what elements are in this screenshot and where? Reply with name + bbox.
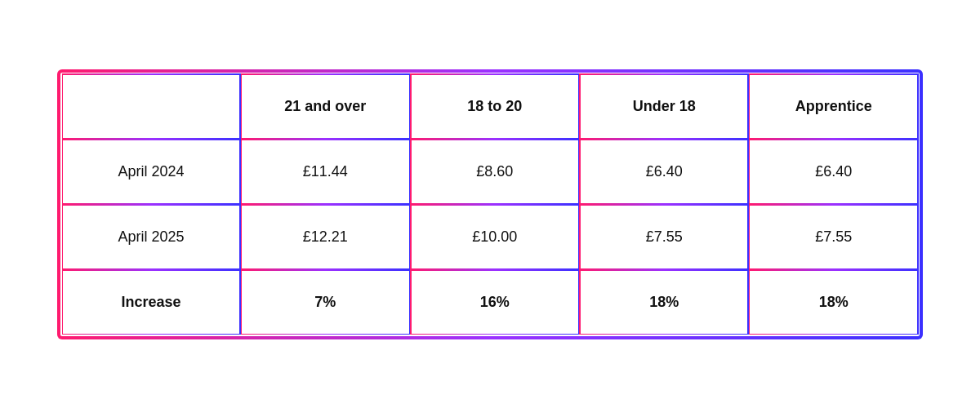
row-0-col3: £6.40	[579, 139, 748, 204]
table-row: April 2025 £12.21 £10.00 £7.55 £7.55	[62, 204, 919, 269]
header-col1: 21 and over	[241, 73, 410, 139]
row-0-col1: £11.44	[241, 139, 410, 204]
row-1-col4: £7.55	[749, 204, 919, 269]
table-header-row: 21 and over 18 to 20 Under 18 Apprentice	[62, 73, 919, 139]
row-2-col3: 18%	[579, 269, 748, 335]
header-col3: Under 18	[579, 73, 748, 139]
header-col2: 18 to 20	[410, 73, 579, 139]
row-1-col1: £12.21	[241, 204, 410, 269]
row-2-col1: 7%	[241, 269, 410, 335]
row-2-col2: 16%	[410, 269, 579, 335]
wage-table-wrapper: 21 and over 18 to 20 Under 18 Apprentice…	[57, 69, 923, 339]
row-1-col3: £7.55	[579, 204, 748, 269]
wage-table: 21 and over 18 to 20 Under 18 Apprentice…	[60, 73, 920, 336]
row-0-col2: £8.60	[410, 139, 579, 204]
row-0-col4: £6.40	[749, 139, 919, 204]
table-row: Increase 7% 16% 18% 18%	[62, 269, 919, 335]
row-1-col2: £10.00	[410, 204, 579, 269]
row-2-col4: 18%	[749, 269, 919, 335]
row-2-label: Increase	[62, 269, 241, 335]
row-0-label: April 2024	[62, 139, 241, 204]
row-1-label: April 2025	[62, 204, 241, 269]
header-col4: Apprentice	[749, 73, 919, 139]
table-row: April 2024 £11.44 £8.60 £6.40 £6.40	[62, 139, 919, 204]
header-col0	[62, 73, 241, 139]
